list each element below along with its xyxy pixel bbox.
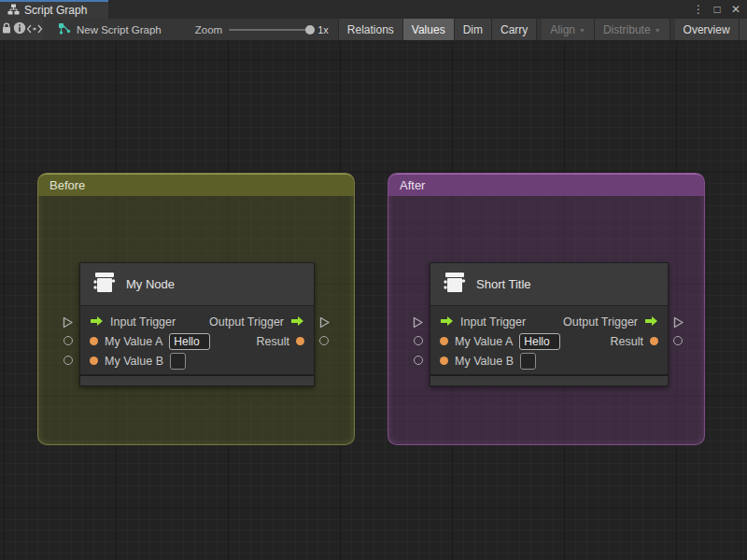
external-flow-out-port[interactable]	[318, 315, 331, 332]
zoom-label: Zoom	[195, 24, 222, 35]
port-label-output-trigger: Output Trigger	[209, 315, 284, 329]
external-value-in-port[interactable]	[414, 336, 423, 345]
overview-button[interactable]: Overview	[675, 19, 740, 40]
external-value-in-port[interactable]	[63, 336, 73, 345]
graph-hierarchy-icon	[7, 2, 20, 19]
port-label-value-b: My Value B	[105, 355, 163, 368]
distribute-label: Distribute	[603, 23, 651, 36]
value-in-port-icon[interactable]	[440, 357, 448, 365]
unit-node-icon	[92, 271, 117, 298]
external-value-in-port[interactable]	[63, 356, 73, 365]
value-a-input[interactable]	[169, 333, 210, 350]
port-label-input-trigger: Input Trigger	[460, 315, 526, 329]
group-before-title: Before	[49, 178, 85, 192]
external-flow-in-port[interactable]	[412, 315, 424, 332]
relations-button[interactable]: Relations	[339, 19, 403, 40]
new-script-graph-label: New Script Graph	[77, 24, 162, 35]
flow-out-port-icon[interactable]	[290, 314, 304, 330]
flow-in-port-icon[interactable]	[440, 314, 454, 330]
menu-kebab-icon[interactable]: ⋮	[691, 3, 706, 16]
port-label-value-a: My Value A	[455, 335, 513, 348]
node-header[interactable]: Short Title	[430, 263, 668, 305]
zoom-slider-handle[interactable]	[305, 25, 315, 35]
port-row-triggers: Input Trigger Output Trigger	[80, 312, 314, 331]
port-label-output-trigger: Output Trigger	[563, 315, 638, 329]
port-row-value-b: My Value B	[80, 351, 314, 371]
window-controls: ⋮ □ ✕	[691, 0, 743, 19]
external-value-out-port[interactable]	[319, 336, 329, 345]
distribute-dropdown[interactable]: Distribute▼	[595, 19, 670, 40]
code-view-button[interactable]	[26, 19, 43, 40]
close-icon[interactable]: ✕	[728, 3, 743, 16]
external-flow-out-port[interactable]	[672, 315, 684, 332]
value-b-input[interactable]	[520, 353, 536, 370]
node-title: My Node	[126, 277, 175, 291]
port-row-value-a: My Value A Result	[80, 331, 314, 351]
port-row-value-a: My Value A Result	[430, 331, 668, 351]
zoom-value: 1x	[317, 24, 329, 35]
chevron-down-icon: ▼	[655, 27, 661, 34]
group-before-header[interactable]: Before	[38, 174, 354, 196]
flow-in-port-icon[interactable]	[90, 314, 104, 330]
node-short-title[interactable]: Short Title Input Trigger Output Trigger	[430, 262, 669, 386]
zoom-control: Zoom 1x	[195, 19, 329, 40]
node-header[interactable]: My Node	[80, 263, 314, 305]
dim-label: Dim	[463, 23, 483, 36]
port-label-value-b: My Value B	[455, 355, 514, 368]
graph-canvas[interactable]: Before After My Node Input Trigger	[0, 41, 747, 560]
unit-node-icon	[442, 271, 467, 298]
external-value-in-port[interactable]	[414, 356, 423, 365]
code-brackets-icon	[26, 21, 43, 38]
tab-label: Script Graph	[24, 4, 87, 17]
port-row-value-b: My Value B	[430, 351, 668, 371]
external-flow-in-port[interactable]	[62, 315, 74, 332]
fullscreen-button[interactable]: Full Screen	[740, 19, 747, 40]
value-b-input[interactable]	[170, 353, 186, 370]
toolbar-toggle-buttons: Relations Values Dim Carry Align▼ Distri…	[338, 19, 747, 40]
script-graph-window: Script Graph ⋮ □ ✕	[0, 0, 747, 560]
value-in-port-icon[interactable]	[440, 337, 448, 345]
align-label: Align	[550, 23, 575, 36]
node-title: Short Title	[476, 277, 531, 291]
dim-button[interactable]: Dim	[455, 19, 492, 40]
node-footer	[80, 376, 314, 385]
maximize-icon[interactable]: □	[710, 3, 725, 16]
zoom-slider[interactable]	[229, 29, 311, 31]
carry-button[interactable]: Carry	[492, 19, 537, 40]
group-after-header[interactable]: After	[388, 174, 704, 196]
align-dropdown[interactable]: Align▼	[542, 19, 595, 40]
tab-script-graph[interactable]: Script Graph	[0, 0, 108, 19]
node-body: Input Trigger Output Trigger My Value A …	[430, 305, 668, 374]
external-value-out-port[interactable]	[673, 336, 683, 345]
port-label-input-trigger: Input Trigger	[110, 315, 176, 329]
value-out-port-icon[interactable]	[296, 337, 304, 345]
overview-label: Overview	[684, 23, 730, 36]
carry-label: Carry	[500, 23, 528, 36]
group-after-title: After	[400, 178, 425, 192]
value-a-input[interactable]	[519, 333, 560, 350]
node-body: Input Trigger Output Trigger My Value A …	[80, 305, 314, 374]
relations-label: Relations	[347, 23, 394, 36]
lock-button[interactable]	[0, 19, 13, 40]
tab-bar: Script Graph ⋮ □ ✕	[0, 0, 747, 19]
node-graph-icon	[58, 21, 71, 38]
lock-icon	[0, 21, 13, 38]
toolbar: New Script Graph Zoom 1x Relations Value…	[0, 19, 747, 41]
port-label-value-a: My Value A	[105, 335, 162, 348]
values-button[interactable]: Values	[403, 19, 455, 40]
values-label: Values	[412, 23, 445, 36]
info-button[interactable]	[13, 19, 26, 40]
port-label-result: Result	[257, 335, 289, 348]
port-label-result: Result	[611, 335, 643, 348]
value-out-port-icon[interactable]	[650, 337, 658, 345]
port-row-triggers: Input Trigger Output Trigger	[430, 312, 668, 331]
chevron-down-icon: ▼	[579, 27, 585, 34]
node-footer	[430, 376, 668, 385]
info-icon	[13, 21, 26, 38]
value-in-port-icon[interactable]	[90, 357, 98, 365]
flow-out-port-icon[interactable]	[644, 314, 658, 330]
node-my-node[interactable]: My Node Input Trigger Output Trigger	[79, 262, 315, 386]
value-in-port-icon[interactable]	[90, 337, 98, 345]
new-script-graph-button[interactable]: New Script Graph	[49, 19, 171, 40]
